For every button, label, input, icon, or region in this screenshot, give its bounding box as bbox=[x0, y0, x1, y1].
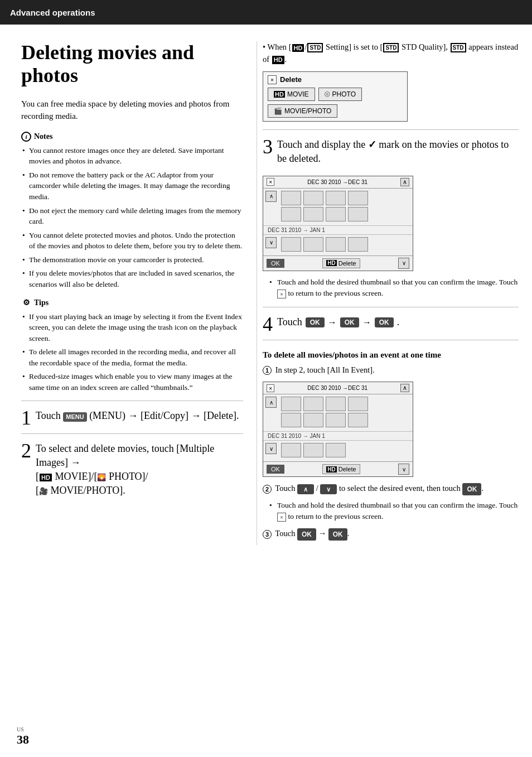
tips-header: ⚙ Tips bbox=[21, 298, 243, 308]
x-icon: × bbox=[277, 290, 286, 298]
divider bbox=[263, 129, 519, 130]
thumbnail[interactable] bbox=[281, 191, 301, 205]
page-number: 38 bbox=[17, 732, 29, 747]
sub-date-middle: DEC 31 2010 → JAN 1 bbox=[263, 431, 413, 441]
right-column: • When [HD/STD Setting] is set to [STD S… bbox=[257, 41, 532, 545]
std-quality-note: • When [HD/STD Setting] is set to [STD S… bbox=[263, 41, 519, 66]
thumbnail[interactable] bbox=[281, 207, 301, 221]
ok-button[interactable]: OK bbox=[267, 259, 284, 268]
step-3-number: 3 bbox=[263, 137, 273, 157]
step-4-number: 4 bbox=[263, 314, 273, 334]
sub-grid-footer: OK HD Delete ∨ bbox=[263, 461, 413, 476]
sub-step-1-text: In step 2, touch [All In Event]. bbox=[275, 365, 375, 374]
thumbnail[interactable] bbox=[281, 397, 301, 411]
grid-body-bottom: ∨ bbox=[263, 235, 413, 255]
up-btn[interactable]: ∧ bbox=[400, 384, 409, 392]
hd-icon: HD bbox=[274, 91, 285, 98]
step-3: 3 Touch and display the ✓ mark on the mo… bbox=[263, 138, 519, 166]
thumbnail[interactable] bbox=[303, 237, 323, 252]
thumbnail[interactable] bbox=[326, 237, 346, 252]
thumbnail[interactable] bbox=[303, 397, 323, 411]
movie-photo-button[interactable]: 🎬 MOVIE/PHOTO bbox=[268, 104, 337, 118]
notes-list: You cannot restore images once they are … bbox=[21, 145, 243, 290]
thumbnail[interactable] bbox=[348, 207, 368, 221]
date-label-top: DEC 30 2010 →DEC 31 bbox=[307, 179, 367, 185]
sub-ok-button[interactable]: OK bbox=[267, 465, 284, 474]
dialog-title: Delete bbox=[280, 75, 302, 84]
circle-3: 3 bbox=[263, 530, 272, 539]
thumbnail[interactable] bbox=[303, 413, 323, 427]
std-badge-inline2: STD bbox=[383, 43, 399, 52]
page-number-area: US 38 bbox=[17, 726, 29, 747]
thumbnail[interactable] bbox=[326, 191, 346, 205]
grid-side: ∧ bbox=[263, 189, 279, 225]
thumbnail[interactable] bbox=[326, 397, 346, 411]
hd-badge-inline: HD bbox=[292, 44, 304, 52]
divider bbox=[21, 401, 243, 401]
sub-date-label-top: DEC 30 2010 →DEC 31 bbox=[307, 385, 367, 391]
thumbnail[interactable] bbox=[281, 443, 301, 457]
page-footer: US 38 bbox=[0, 726, 532, 747]
close-btn[interactable]: × bbox=[267, 384, 274, 392]
up-nav2[interactable]: ∧ bbox=[265, 397, 277, 408]
list-item: To delete all images recorded in the rec… bbox=[21, 346, 243, 368]
thumbnail[interactable] bbox=[348, 413, 368, 427]
sub-grid-side: ∧ bbox=[263, 394, 279, 431]
divider bbox=[263, 340, 519, 340]
thumbnail[interactable] bbox=[326, 207, 346, 221]
thumbnail[interactable] bbox=[303, 443, 323, 457]
grid-row bbox=[281, 207, 410, 221]
dialog-buttons: HD MOVIE ⦾ PHOTO bbox=[268, 88, 403, 101]
list-item: You cannot delete protected movies and p… bbox=[21, 230, 243, 252]
thumbnail[interactable] bbox=[326, 413, 346, 427]
notes-header: i Notes bbox=[21, 132, 243, 142]
thumbnail[interactable] bbox=[326, 443, 346, 457]
hd-badge: HD bbox=[40, 474, 52, 481]
thumbnail[interactable] bbox=[281, 413, 301, 427]
header-title: Advanced operations bbox=[10, 8, 95, 17]
ok-badge-3[interactable]: OK bbox=[375, 317, 394, 327]
up-arrow-badge[interactable]: ∧ bbox=[297, 484, 314, 495]
movie-photo-icon: 🎥 bbox=[39, 487, 48, 495]
sub-grid-header-top: × DEC 30 2010 →DEC 31 ∧ bbox=[263, 382, 413, 394]
up-btn[interactable]: ∧ bbox=[400, 178, 409, 186]
page-title: Deleting movies and photos bbox=[21, 41, 243, 88]
scroll-down-btn[interactable]: ∨ bbox=[398, 258, 409, 269]
movie-button[interactable]: HD MOVIE bbox=[268, 88, 315, 101]
grid-row bbox=[281, 397, 410, 411]
up-nav[interactable]: ∧ bbox=[265, 191, 277, 202]
ok-badge-1[interactable]: OK bbox=[306, 317, 325, 327]
sub-grid-body-bottom: ∨ bbox=[263, 441, 413, 461]
sub-ok-badge-3[interactable]: OK bbox=[328, 528, 347, 541]
delete-dialog: × Delete HD MOVIE ⦾ PHOTO 🎬 MOVIE/PHOTO bbox=[263, 71, 408, 122]
delete-btn[interactable]: HD Delete bbox=[322, 258, 360, 268]
sub-ok-badge-2[interactable]: OK bbox=[297, 528, 316, 541]
thumbnail[interactable] bbox=[303, 207, 323, 221]
thumbnail[interactable] bbox=[281, 237, 301, 252]
close-button[interactable]: × bbox=[268, 75, 277, 84]
photo-sym: ⦾ bbox=[325, 90, 330, 98]
hd-badge-inline2: HD bbox=[272, 56, 284, 64]
sub-ok-badge[interactable]: OK bbox=[462, 483, 481, 495]
thumbnail[interactable] bbox=[348, 237, 368, 252]
thumbnail[interactable] bbox=[348, 191, 368, 205]
divider bbox=[263, 307, 519, 307]
step-1: 1 Touch MENU (MENU) → [Edit/Copy] → [Del… bbox=[21, 409, 243, 423]
hd-badge-small: HD bbox=[326, 260, 336, 266]
sub-arrow: → bbox=[318, 529, 327, 538]
thumbnail[interactable] bbox=[348, 397, 368, 411]
photo-button[interactable]: ⦾ PHOTO bbox=[318, 88, 362, 101]
step-1-text: Touch MENU (MENU) → [Edit/Copy] → [Delet… bbox=[36, 409, 243, 423]
close-btn[interactable]: × bbox=[267, 178, 274, 186]
thumbnail[interactable] bbox=[303, 191, 323, 205]
circle-2: 2 bbox=[263, 485, 272, 494]
down-arrow-badge[interactable]: ∨ bbox=[320, 484, 337, 495]
ok-badge-2[interactable]: OK bbox=[340, 317, 359, 327]
step-4: 4 Touch OK → OK → OK . bbox=[263, 315, 519, 329]
down-nav2[interactable]: ∨ bbox=[265, 443, 277, 454]
sub-delete-btn[interactable]: HD Delete bbox=[322, 464, 360, 474]
movie-photo-sym: 🎬 bbox=[274, 107, 282, 115]
down-nav[interactable]: ∨ bbox=[265, 237, 277, 248]
sub-scroll-down-btn[interactable]: ∨ bbox=[398, 464, 409, 475]
sub-step-2: 2 Touch ∧ / ∨ to select the desired even… bbox=[263, 483, 519, 495]
